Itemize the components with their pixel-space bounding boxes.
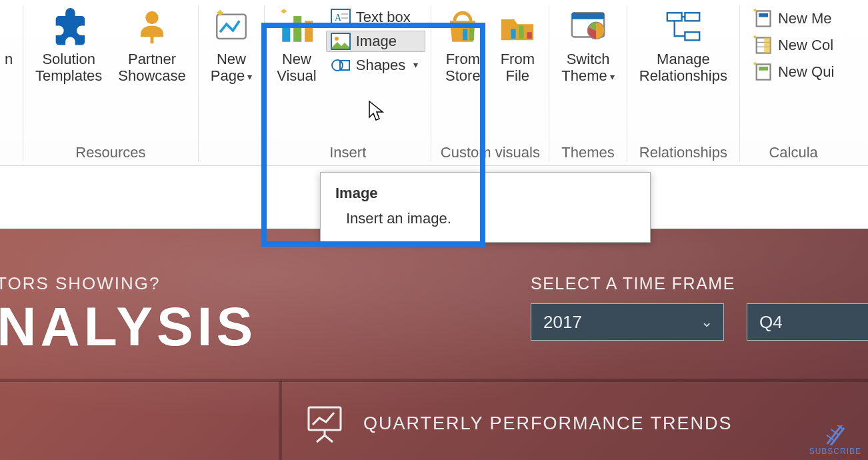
main-title: ANALYSIS [0, 295, 257, 358]
theme-icon [569, 8, 607, 47]
switch-theme-button[interactable]: Switch Theme▾ [555, 4, 621, 85]
from-file-label: From File [501, 51, 535, 85]
group-relationships-label: Relationships [639, 143, 727, 161]
group-themes-label: Themes [561, 143, 614, 161]
group-insert-label: Insert [329, 143, 366, 161]
svg-point-0 [145, 11, 158, 24]
svg-rect-18 [527, 32, 532, 39]
shapes-label: Shapes [356, 57, 406, 74]
manage-relationships-label: Manage Relationships [639, 51, 727, 85]
new-visual-button[interactable]: New Visual [270, 4, 323, 85]
svg-rect-23 [685, 13, 699, 21]
calculator-sparkle-icon [753, 10, 773, 27]
svg-line-36 [317, 435, 325, 442]
subscribe-watermark: SUBSCRIBE [809, 425, 861, 456]
report-canvas: TORS SHOWING? ANALYSIS SELECT A TIME FRA… [0, 229, 868, 460]
year-value: 2017 [543, 312, 582, 333]
svg-rect-5 [305, 21, 313, 41]
from-store-button[interactable]: From Store [437, 4, 489, 85]
group-calculations-label: Calcula [769, 143, 817, 161]
calculator-quick-icon [753, 63, 773, 81]
text-box-icon: A [331, 9, 351, 26]
subscribe-label: SUBSCRIBE [809, 447, 861, 456]
puzzle-icon [49, 8, 88, 47]
svg-line-37 [325, 435, 333, 442]
svg-rect-17 [519, 26, 524, 39]
folder-chart-icon [498, 8, 537, 47]
group-pages: New Page▾ [199, 0, 264, 165]
new-measure-label: New Me [778, 10, 832, 27]
image-button[interactable]: Image [326, 31, 426, 52]
switch-theme-label: Switch Theme▾ [561, 51, 614, 85]
from-file-button[interactable]: From File [491, 4, 543, 85]
shapes-button[interactable]: Shapes▾ [326, 55, 426, 76]
svg-rect-4 [293, 16, 301, 42]
pre-title: TORS SHOWING? [0, 273, 161, 294]
new-quick-button[interactable]: New Qui [748, 61, 841, 83]
shapes-icon [331, 57, 351, 74]
bar-chart-icon [277, 8, 316, 47]
group-insert: New Visual A Text box Image [265, 0, 431, 165]
svg-rect-33 [759, 67, 768, 71]
store-icon [443, 8, 482, 47]
text-box-button[interactable]: A Text box [326, 7, 426, 28]
year-dropdown[interactable]: 2017 ⌄ [531, 303, 724, 341]
quarter-dropdown[interactable]: Q4 [747, 303, 868, 341]
new-page-button[interactable]: New Page▾ [204, 4, 259, 85]
new-quick-label: New Qui [778, 63, 834, 81]
svg-rect-34 [309, 407, 341, 430]
image-icon [331, 33, 351, 50]
new-measure-button[interactable]: New Me [748, 8, 841, 29]
svg-rect-22 [667, 13, 682, 21]
svg-rect-15 [469, 26, 474, 41]
svg-rect-3 [282, 26, 290, 42]
image-label: Image [356, 33, 397, 50]
partner-showcase-button[interactable]: Partner Showcase [111, 4, 193, 85]
group-custom-visuals: From Store From File Custom visuals [431, 0, 549, 165]
new-page-icon [212, 8, 251, 47]
svg-rect-27 [759, 13, 768, 17]
table-sparkle-icon [753, 37, 773, 54]
group-custom-visuals-label: Custom visuals [441, 143, 540, 161]
svg-rect-24 [685, 32, 699, 40]
from-store-label: From Store [445, 51, 481, 85]
horizontal-divider [0, 379, 868, 382]
tooltip-title: Image [335, 185, 635, 202]
svg-rect-20 [572, 13, 604, 19]
group-relationships: Manage Relationships Relationships [627, 0, 739, 165]
ribbon: n Solution Templates Partner Showcase Re… [0, 0, 868, 166]
svg-rect-16 [511, 29, 516, 39]
partner-showcase-label: Partner Showcase [118, 51, 186, 85]
group-resources: Solution Templates Partner Showcase Reso… [23, 0, 198, 165]
svg-text:A: A [335, 13, 342, 23]
svg-rect-1 [151, 35, 154, 43]
solution-templates-label: Solution Templates [35, 51, 102, 85]
image-tooltip: Image Insert an image. [320, 172, 651, 243]
solution-templates-button[interactable]: Solution Templates [29, 4, 109, 85]
svg-rect-31 [764, 37, 770, 53]
group-resources-label: Resources [75, 143, 145, 161]
widget-header: QUARTERLY PERFORMANCE TRENDS [303, 402, 733, 445]
new-column-label: New Col [778, 37, 833, 54]
new-page-label: New Page▾ [211, 51, 252, 85]
group-themes: Switch Theme▾ Themes [549, 0, 626, 165]
svg-rect-2 [217, 15, 246, 39]
text-box-label: Text box [356, 9, 411, 26]
widget-title: QUARTERLY PERFORMANCE TRENDS [363, 413, 733, 434]
svg-rect-26 [757, 11, 771, 26]
new-visual-label: New Visual [277, 51, 317, 85]
new-column-button[interactable]: New Col [748, 35, 841, 56]
tooltip-body: Insert an image. [335, 210, 635, 227]
person-pin-icon [133, 8, 171, 47]
svg-point-12 [332, 60, 343, 71]
relationships-icon [664, 8, 703, 47]
svg-point-11 [335, 37, 339, 41]
svg-rect-14 [463, 29, 467, 40]
vertical-divider [279, 381, 282, 460]
group-calculations: New Me New Col New Qui Calcula [740, 0, 841, 165]
manage-relationships-button[interactable]: Manage Relationships [633, 4, 734, 85]
timeframe-label: SELECT A TIME FRAME [531, 274, 735, 293]
presentation-icon [303, 402, 346, 445]
quarter-value: Q4 [759, 312, 783, 333]
chevron-down-icon: ⌄ [701, 313, 713, 331]
